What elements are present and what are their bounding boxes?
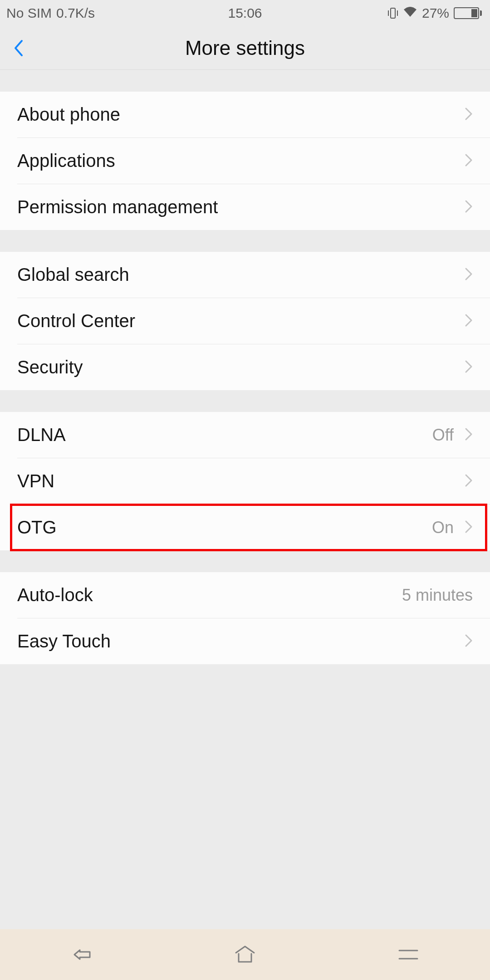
row-label: About phone (17, 104, 465, 125)
row-value: 5 minutes (402, 586, 473, 605)
chevron-right-icon (465, 474, 473, 489)
chevron-right-icon (465, 360, 473, 375)
svg-rect-0 (391, 8, 395, 18)
row-control-center[interactable]: Control Center (0, 298, 490, 344)
header: More settings (0, 26, 490, 70)
section-gap (0, 70, 490, 92)
section-general: About phone Applications Permission mana… (0, 92, 490, 230)
row-label: OTG (17, 517, 432, 538)
row-about-phone[interactable]: About phone (0, 92, 490, 137)
network-speed: 0.7K/s (56, 5, 95, 21)
chevron-right-icon (465, 200, 473, 215)
row-permission-management[interactable]: Permission management (0, 184, 490, 230)
home-nav-icon (231, 945, 259, 965)
back-button[interactable] (0, 26, 36, 69)
section-gap (0, 230, 490, 252)
section-lock: Auto-lock 5 minutes Easy Touch (0, 572, 490, 664)
chevron-right-icon (465, 314, 473, 329)
status-right: 27% (387, 5, 482, 21)
row-global-search[interactable]: Global search (0, 252, 490, 298)
row-label: Security (17, 357, 465, 377)
status-bar: No SIM 0.7K/s 15:06 27% (0, 0, 490, 26)
section-gap (0, 390, 490, 412)
status-time: 15:06 (228, 5, 262, 21)
row-label: Auto-lock (17, 585, 402, 605)
row-applications[interactable]: Applications (0, 138, 490, 184)
chevron-right-icon (465, 107, 473, 122)
chevron-right-icon (465, 153, 473, 169)
row-otg[interactable]: OTG On (0, 505, 490, 550)
row-easy-touch[interactable]: Easy Touch (0, 618, 490, 664)
row-label: Permission management (17, 197, 465, 217)
section-gap (0, 550, 490, 572)
page-title: More settings (185, 37, 305, 59)
chevron-right-icon (465, 634, 473, 649)
status-left: No SIM 0.7K/s (6, 5, 95, 21)
section-features: Global search Control Center Security (0, 252, 490, 390)
row-security[interactable]: Security (0, 344, 490, 390)
nav-home-button[interactable] (218, 941, 272, 968)
chevron-right-icon (465, 520, 473, 535)
menu-nav-icon (397, 947, 420, 962)
sim-status: No SIM (6, 5, 52, 21)
row-value: On (432, 518, 454, 537)
row-vpn[interactable]: VPN (0, 458, 490, 504)
nav-back-button[interactable] (54, 941, 109, 968)
battery-icon (454, 7, 482, 19)
chevron-right-icon (465, 427, 473, 443)
nav-menu-button[interactable] (381, 941, 436, 968)
row-label: DLNA (17, 425, 432, 445)
navigation-bar (0, 929, 490, 980)
row-dlna[interactable]: DLNA Off (0, 412, 490, 458)
chevron-right-icon (465, 267, 473, 283)
vibrate-icon (387, 7, 398, 20)
row-label: Easy Touch (17, 631, 465, 652)
chevron-left-icon (13, 39, 24, 57)
row-label: Control Center (17, 311, 465, 331)
wifi-icon (403, 5, 417, 21)
section-connectivity: DLNA Off VPN OTG On (0, 412, 490, 550)
row-value: Off (432, 426, 454, 445)
row-label: Global search (17, 265, 465, 285)
battery-percentage: 27% (422, 5, 449, 21)
row-auto-lock[interactable]: Auto-lock 5 minutes (0, 572, 490, 618)
row-label: Applications (17, 151, 465, 171)
row-label: VPN (17, 471, 465, 491)
back-nav-icon (68, 946, 95, 964)
